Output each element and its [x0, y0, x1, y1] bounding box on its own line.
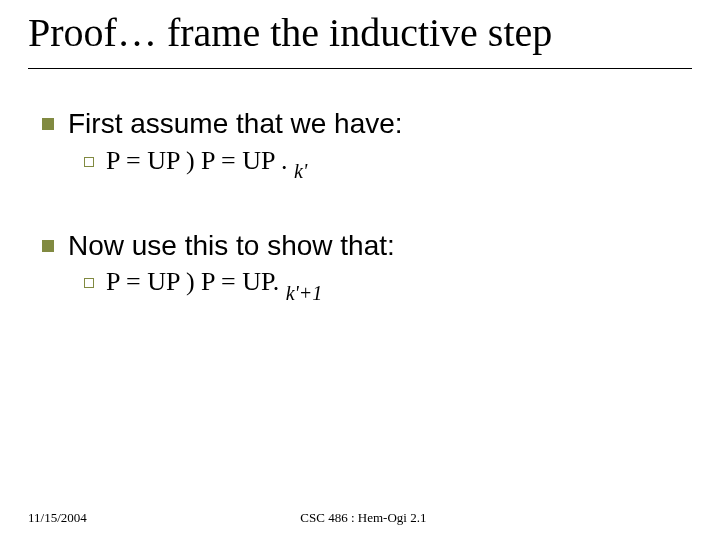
expr-trail: . [281, 146, 294, 175]
bullet-text: Now use this to show that: [68, 229, 395, 263]
footer-date: 11/15/2004 [0, 510, 87, 526]
bullet-block: Now use this to show that: P = UP ) P = … [42, 229, 682, 303]
title-wrap: Proof… frame the inductive step [28, 10, 692, 69]
slide-footer: 11/15/2004 CSC 486 : Hem-Ogi 2.1 [0, 510, 720, 526]
expr-rhs: P = UP [195, 146, 281, 175]
bullet-item: Now use this to show that: [42, 229, 682, 263]
square-bullet-icon [42, 118, 54, 130]
expr-symbol: ) [186, 146, 195, 175]
sub-bullet-text: P = UP ) P = UP . k' [106, 145, 307, 181]
bullet-item: First assume that we have: [42, 107, 682, 141]
bullet-text: First assume that we have: [68, 107, 403, 141]
bullet-block: First assume that we have: P = UP ) P = … [42, 107, 682, 181]
sub-bullet-item: P = UP ) P = UP . k' [42, 145, 682, 181]
expr-lhs: P = UP [106, 146, 186, 175]
expr-subscript: k' [294, 160, 307, 182]
footer-pad [640, 510, 720, 526]
sub-bullet-text: P = UP ) P = UP. k'+1 [106, 266, 322, 302]
hollow-square-bullet-icon [84, 278, 94, 288]
expr-rhs: P = UP [195, 267, 273, 296]
hollow-square-bullet-icon [84, 157, 94, 167]
footer-center: CSC 486 : Hem-Ogi 2.1 [87, 510, 640, 526]
expr-subscript: k'+1 [286, 282, 323, 304]
slide-content: First assume that we have: P = UP ) P = … [28, 107, 692, 303]
expr-trail: . [273, 267, 286, 296]
square-bullet-icon [42, 240, 54, 252]
expr-lhs: P = UP [106, 267, 186, 296]
sub-bullet-item: P = UP ) P = UP. k'+1 [42, 266, 682, 302]
slide-title: Proof… frame the inductive step [28, 10, 692, 56]
slide: Proof… frame the inductive step First as… [0, 0, 720, 540]
expr-symbol: ) [186, 267, 195, 296]
